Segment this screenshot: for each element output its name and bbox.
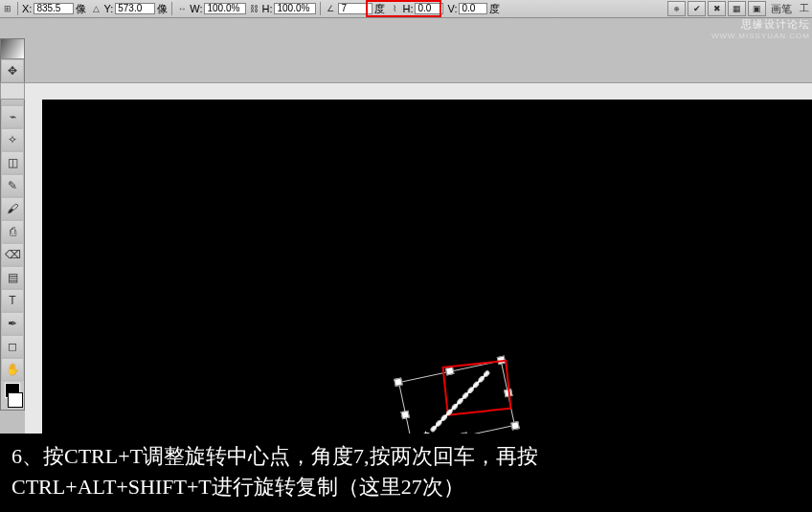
crop-tool[interactable]: ◫ bbox=[1, 151, 24, 174]
tools-panel-header[interactable] bbox=[1, 39, 24, 59]
divider bbox=[17, 2, 18, 15]
width-group: ↔ W: bbox=[174, 3, 248, 14]
y-label: Y: bbox=[103, 3, 113, 14]
x-input[interactable] bbox=[34, 3, 74, 14]
horizontal-ruler[interactable] bbox=[25, 82, 812, 101]
tutorial-highlight-stroke bbox=[441, 360, 511, 416]
angle-group: ∠ 度 bbox=[323, 2, 387, 16]
lasso-tool[interactable]: ⌁ bbox=[1, 105, 24, 128]
document-canvas[interactable] bbox=[42, 100, 812, 434]
cancel-button[interactable]: ✖ bbox=[708, 1, 726, 16]
y-unit: 像 bbox=[157, 2, 168, 16]
ref-locator-icon: ⊞ bbox=[2, 3, 13, 14]
brush-button[interactable]: 画笔 bbox=[768, 2, 795, 16]
angle-icon: ∠ bbox=[325, 3, 336, 14]
skew-h-icon: ⌇ bbox=[389, 3, 400, 14]
brush-tool[interactable]: 🖌 bbox=[1, 197, 24, 220]
skew-v-group: V: 度 bbox=[445, 2, 502, 16]
divider bbox=[320, 2, 321, 15]
type-tool[interactable]: T bbox=[1, 289, 24, 312]
w-icon: ↔ bbox=[176, 3, 188, 14]
x-position-group: X: 像 bbox=[20, 2, 88, 16]
angle-input[interactable] bbox=[338, 3, 372, 14]
angle-unit: 度 bbox=[374, 2, 385, 16]
aux-button-1[interactable]: ▦ bbox=[728, 1, 746, 16]
move-tool[interactable]: ✥ bbox=[1, 59, 24, 82]
skew-h-input[interactable] bbox=[415, 3, 443, 14]
commit-button[interactable]: ✔ bbox=[688, 1, 706, 16]
w-label: W: bbox=[190, 3, 202, 14]
y-position-group: △ Y: 像 bbox=[88, 2, 169, 16]
height-group: H: bbox=[259, 3, 318, 14]
transform-handle-tl[interactable] bbox=[394, 377, 402, 386]
gradient-tool[interactable]: ▤ bbox=[1, 266, 24, 289]
hand-tool[interactable]: ✋ bbox=[1, 358, 24, 381]
vertical-ruler[interactable] bbox=[25, 100, 43, 434]
caption-line2: CTRL+ALT+SHIFT+T进行旋转复制（这里27次） bbox=[11, 472, 801, 502]
skew-v-label: V: bbox=[447, 3, 457, 14]
skew-v-unit: 度 bbox=[489, 2, 500, 16]
h-label: H: bbox=[261, 3, 272, 14]
y-delta-icon: △ bbox=[90, 3, 102, 14]
watermark-cn: 思缘设计论坛 bbox=[711, 17, 810, 32]
shape-tool[interactable]: ◻ bbox=[1, 335, 24, 358]
caption-line1: 6、按CTRL+T调整旋转中心点，角度7,按两次回车，再按 bbox=[11, 441, 801, 472]
skew-h-group: ⌇ H: bbox=[387, 3, 445, 14]
w-input[interactable] bbox=[204, 3, 246, 14]
wand-tool[interactable]: ✧ bbox=[1, 128, 24, 151]
ruler-origin[interactable] bbox=[0, 82, 25, 100]
reference-point-locator[interactable]: ⊞ bbox=[0, 3, 15, 14]
eraser-tool[interactable]: ⌫ bbox=[1, 243, 24, 266]
x-label: X: bbox=[22, 3, 32, 14]
transform-handle-br[interactable] bbox=[510, 421, 519, 430]
skew-h-label: H: bbox=[402, 3, 413, 14]
watermark-en: WWW.MISSYUAN.COM bbox=[711, 32, 810, 40]
eyedropper-tool[interactable]: ✎ bbox=[1, 174, 24, 197]
transform-options-bar: ⊞ X: 像 △ Y: 像 ↔ W: ⛓ H: ∠ 度 ⌇ H: V: 度 bbox=[0, 0, 812, 18]
aux-button-2[interactable]: ▣ bbox=[748, 1, 766, 16]
link-icon[interactable]: ⛓ bbox=[248, 3, 259, 14]
right-confirm-buttons: ⎈ ✔ ✖ ▦ ▣ 画笔 工 bbox=[667, 0, 812, 17]
pen-tool[interactable]: ✒ bbox=[1, 312, 24, 335]
toolbar-overflow[interactable]: 工 bbox=[797, 2, 812, 15]
y-input[interactable] bbox=[115, 3, 155, 14]
tutorial-caption: 6、按CTRL+T调整旋转中心点，角度7,按两次回车，再按 CTRL+ALT+S… bbox=[0, 434, 812, 512]
fg-bg-color-swatch[interactable] bbox=[1, 381, 24, 410]
transform-handle-ml[interactable] bbox=[400, 411, 409, 419]
x-unit: 像 bbox=[76, 2, 86, 16]
h-input[interactable] bbox=[274, 3, 316, 14]
watermark: 思缘设计论坛 WWW.MISSYUAN.COM bbox=[711, 17, 810, 40]
stamp-tool[interactable]: ⎙ bbox=[1, 220, 24, 243]
divider bbox=[171, 2, 172, 15]
skew-v-input[interactable] bbox=[459, 3, 487, 14]
warp-mode-button[interactable]: ⎈ bbox=[667, 1, 686, 16]
background-color[interactable] bbox=[8, 392, 23, 408]
